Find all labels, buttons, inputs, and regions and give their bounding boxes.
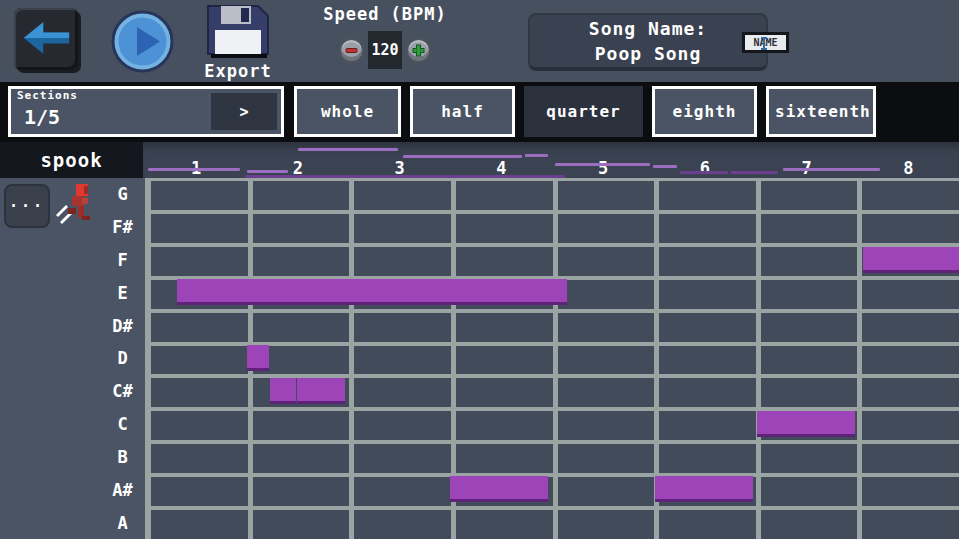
bpm-decrease-button[interactable]: [339, 38, 364, 63]
export-label: Export: [201, 61, 275, 81]
note-grid: [145, 178, 959, 539]
sections-label: Sections: [17, 89, 78, 102]
note-length-button-sixteenth[interactable]: sixteenth: [766, 86, 876, 137]
minimap-note-segment: [403, 155, 522, 158]
pitch-label-As: A#: [100, 473, 145, 506]
pitch-label-D: D: [100, 342, 145, 375]
minus-icon: [344, 43, 359, 58]
pitch-label-F: F: [100, 244, 145, 277]
speed-control: Speed (BPM) 120: [300, 4, 470, 69]
toolbar: Export Speed (BPM) 120: [0, 0, 959, 82]
text-cursor-icon: [761, 37, 767, 50]
song-name-value: Poop Song: [595, 41, 702, 66]
note-length-button-whole[interactable]: whole: [294, 86, 401, 137]
minimap-note-segment: [783, 168, 880, 171]
plus-icon: [411, 43, 426, 58]
timeline-row: spook 12345678: [0, 142, 959, 178]
minimap-note-segment: [555, 163, 650, 166]
pitch-label-C: C: [100, 408, 145, 441]
note-block-E[interactable]: [177, 279, 567, 305]
back-arrow-icon: [18, 13, 74, 63]
note-length-buttons: wholehalfquartereighthsixteenth: [294, 86, 876, 137]
timeline-number: 8: [903, 158, 913, 178]
timeline-number: 6: [700, 158, 710, 178]
piano-roll-area: ... GF#FED#DC#CBA#A: [0, 178, 959, 539]
pitch-label-E: E: [100, 276, 145, 309]
export-button[interactable]: Export: [201, 4, 275, 81]
note-length-button-half[interactable]: half: [410, 86, 515, 137]
pitch-label-B: B: [100, 441, 145, 474]
sections-value: 1/5: [24, 105, 60, 129]
track-tab[interactable]: spook: [0, 142, 143, 178]
speed-label: Speed (BPM): [300, 4, 470, 24]
sections-panel: Sections 1/5 >: [8, 86, 284, 137]
song-minimap[interactable]: 12345678: [143, 142, 959, 178]
note-block-D[interactable]: [247, 345, 269, 371]
note-block-Cs[interactable]: [297, 378, 345, 404]
note-block-C[interactable]: [757, 411, 855, 437]
controls-row: Sections 1/5 > wholehalfquartereighthsix…: [0, 82, 959, 142]
play-icon: [111, 10, 174, 73]
minimap-note-segment: [525, 154, 548, 157]
pitch-labels: GF#FED#DC#CBA#A: [100, 178, 145, 539]
timeline-number: 5: [598, 158, 608, 178]
song-name-label: Song Name:: [589, 16, 707, 41]
play-button[interactable]: [111, 10, 174, 73]
minimap-note-segment: [148, 168, 240, 171]
minimap-note-segment: [298, 148, 398, 151]
note-block-As[interactable]: [450, 476, 548, 502]
pitch-label-Fs: F#: [100, 211, 145, 244]
floppy-disk-icon: [206, 4, 270, 60]
note-length-button-eighth[interactable]: eighth: [652, 86, 757, 137]
bpm-value: 120: [368, 31, 402, 69]
runner-character-icon: [54, 182, 92, 228]
minimap-note-segment: [247, 170, 288, 173]
music-sequencer-app: Export Speed (BPM) 120: [0, 0, 959, 539]
pitch-label-A: A: [100, 506, 145, 539]
next-section-button[interactable]: >: [211, 93, 277, 130]
rename-song-button[interactable]: NAME: [742, 32, 789, 53]
pitch-label-Cs: C#: [100, 375, 145, 408]
options-button[interactable]: ...: [4, 184, 50, 228]
back-button[interactable]: [14, 8, 78, 70]
note-block-As[interactable]: [655, 476, 753, 502]
note-block-Cs[interactable]: [270, 378, 295, 404]
minimap-note-segment: [731, 171, 778, 174]
pitch-label-G: G: [100, 178, 145, 211]
minimap-note-segment: [653, 165, 677, 168]
note-length-button-quarter[interactable]: quarter: [524, 86, 643, 137]
pitch-label-Ds: D#: [100, 309, 145, 342]
song-name-box: Song Name: Poop Song: [528, 13, 768, 71]
bpm-increase-button[interactable]: [406, 38, 431, 63]
note-block-F[interactable]: [863, 247, 959, 273]
minimap-note-segment: [680, 171, 728, 174]
